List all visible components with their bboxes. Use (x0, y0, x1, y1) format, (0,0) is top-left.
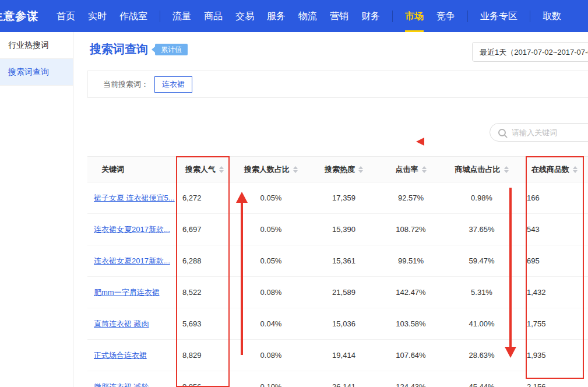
keyword-link[interactable]: 连衣裙女夏2017新款... (87, 245, 176, 276)
nav-item-product[interactable]: 商品 (204, 0, 223, 32)
cell-online-products: 1,935 (520, 340, 588, 371)
nav-item-logistics[interactable]: 物流 (298, 0, 317, 32)
cell-searcher-share: 0.05% (233, 182, 309, 213)
cell-searcher-share: 0.05% (233, 214, 309, 245)
cell-click-rate: 103.58% (379, 308, 443, 339)
table-row: 肥mm一字肩连衣裙8,5220.08%21,589142.47%5.31%1,4… (87, 277, 588, 308)
top-nav-items: 首页实时作战室流量商品交易服务物流营销财务市场竞争业务专区取数 (50, 0, 568, 32)
table-row: 直筒连衣裙 藏肉5,6930.04%15,036103.58%41.00%1,7… (87, 308, 588, 340)
cell-click-rate: 108.72% (379, 214, 443, 245)
sort-icon[interactable] (422, 166, 427, 173)
keyword-link[interactable]: 直筒连衣裙 藏肉 (87, 308, 176, 339)
cell-searcher-share: 0.10% (233, 371, 309, 387)
cell-search-heat: 21,589 (309, 277, 379, 308)
keyword-link[interactable]: 微胖连衣裙 减龄 (87, 371, 176, 387)
column-header-search-popularity[interactable]: 搜索人气 (176, 157, 233, 182)
nav-item-data-fetch[interactable]: 取数 (543, 0, 561, 32)
cell-search-popularity: 5,693 (176, 308, 233, 339)
keyword-table: 关键词搜索人气搜索人数占比搜索热度点击率商城点击占比在线商品数 裙子女夏 连衣裙… (87, 156, 588, 387)
nav-item-market[interactable]: 市场 (405, 0, 424, 32)
top-nav: 生意参谋 首页实时作战室流量商品交易服务物流营销财务市场竞争业务专区取数 (0, 0, 588, 32)
sort-icon[interactable] (219, 166, 224, 173)
cell-mall-click-share: 37.65% (443, 214, 520, 245)
column-header-label: 搜索人数占比 (244, 164, 290, 175)
sidebar: 行业热搜词搜索词查询 (0, 32, 73, 387)
screen: 生意参谋 首页实时作战室流量商品交易服务物流营销财务市场竞争业务专区取数 行业热… (0, 0, 588, 387)
cell-searcher-share: 0.04% (233, 308, 309, 339)
nav-item-realtime[interactable]: 实时 (88, 0, 107, 32)
keyword-link[interactable]: 正式场合连衣裙 (87, 340, 176, 371)
page-title: 搜索词查询 (90, 41, 148, 57)
keyword-link[interactable]: 肥mm一字肩连衣裙 (87, 277, 176, 308)
date-range-picker[interactable]: 最近1天（2017-07-02~2017-07-02） (472, 42, 588, 62)
cell-searcher-share: 0.05% (233, 245, 309, 276)
annotation-pointer-left-icon (416, 138, 424, 146)
column-header-searcher-share[interactable]: 搜索人数占比 (233, 157, 309, 182)
cell-search-heat: 26,141 (309, 371, 379, 387)
column-header-label: 关键词 (101, 164, 124, 175)
nav-item-business-zone[interactable]: 业务专区 (480, 0, 517, 32)
sort-icon[interactable] (358, 166, 363, 173)
nav-item-home[interactable]: 首页 (57, 0, 75, 32)
sort-icon[interactable] (504, 166, 509, 173)
column-header-label: 搜索人气 (185, 164, 216, 175)
keyword-link[interactable]: 连衣裙女夏2017新款... (87, 214, 176, 245)
cell-online-products: 695 (520, 245, 588, 276)
cell-mall-click-share: 28.63% (443, 340, 520, 371)
nav-item-competition[interactable]: 竞争 (436, 0, 455, 32)
brand-logo[interactable]: 生意参谋 (0, 9, 38, 24)
sidebar-item-search-word-query[interactable]: 搜索词查询 (0, 59, 73, 86)
table-body: 裙子女夏 连衣裙便宜5...6,2720.05%17,35992.57%0.98… (87, 182, 588, 387)
keyword-search-input[interactable] (510, 128, 588, 138)
sidebar-item-industry-hot-words[interactable]: 行业热搜词 (0, 32, 73, 59)
cell-searcher-share: 0.08% (233, 340, 309, 371)
main-content: 搜索词查询 累计值 最近1天（2017-07-02~2017-07-02） 当前… (73, 32, 588, 387)
column-header-label: 点击率 (396, 164, 418, 175)
cell-search-popularity: 6,697 (176, 214, 233, 245)
cell-search-heat: 19,414 (309, 340, 379, 371)
keyword-link[interactable]: 裙子女夏 连衣裙便宜5... (87, 182, 176, 213)
cell-mall-click-share: 45.44% (443, 371, 520, 387)
table-row: 正式场合连衣裙8,8290.08%19,414107.64%28.63%1,93… (87, 340, 588, 371)
cell-online-products: 1,755 (520, 308, 588, 339)
nav-item-finance[interactable]: 财务 (361, 0, 380, 32)
column-header-search-heat[interactable]: 搜索热度 (309, 157, 379, 182)
column-header-online-products[interactable]: 在线商品数 (520, 157, 588, 182)
sort-icon[interactable] (573, 166, 578, 173)
title-row: 搜索词查询 累计值 (90, 41, 188, 57)
cell-search-popularity: 8,522 (176, 277, 233, 308)
cell-search-popularity: 9,856 (176, 371, 233, 387)
cell-online-products: 1,432 (520, 277, 588, 308)
table-row: 连衣裙女夏2017新款...6,2880.05%15,36199.51%59.4… (87, 245, 588, 277)
cell-search-heat: 15,390 (309, 214, 379, 245)
nav-item-trade[interactable]: 交易 (235, 0, 254, 32)
table-row: 微胖连衣裙 减龄9,8560.10%26,141124.43%45.44%2,1… (87, 371, 588, 387)
cell-search-heat: 15,036 (309, 308, 379, 339)
cell-click-rate: 124.43% (379, 371, 443, 387)
sort-icon[interactable] (293, 166, 298, 173)
cell-online-products: 2,156 (520, 371, 588, 387)
cell-mall-click-share: 5.31% (443, 277, 520, 308)
search-word-tag[interactable]: 连衣裙 (154, 76, 192, 93)
current-search-word-panel: 当前搜索词： 连衣裙 (87, 71, 588, 98)
cell-search-heat: 15,361 (309, 245, 379, 276)
cell-online-products: 166 (520, 182, 588, 213)
table-row: 连衣裙女夏2017新款...6,6970.05%15,390108.72%37.… (87, 214, 588, 245)
nav-divider (530, 10, 530, 22)
cell-online-products: 543 (520, 214, 588, 245)
cell-click-rate: 142.47% (379, 277, 443, 308)
nav-item-marketing[interactable]: 营销 (330, 0, 348, 32)
nav-divider (467, 10, 468, 22)
cell-search-heat: 17,359 (309, 182, 379, 213)
cell-mall-click-share: 41.00% (443, 308, 520, 339)
column-header-click-rate[interactable]: 点击率 (379, 157, 443, 182)
nav-item-traffic[interactable]: 流量 (172, 0, 191, 32)
table-header-row: 关键词搜索人气搜索人数占比搜索热度点击率商城点击占比在线商品数 (87, 156, 588, 182)
cell-click-rate: 92.57% (379, 182, 443, 213)
column-header-label: 搜索热度 (325, 164, 355, 175)
column-header-mall-click-share[interactable]: 商城点击占比 (443, 157, 520, 182)
cell-click-rate: 99.51% (379, 245, 443, 276)
nav-item-war-room[interactable]: 作战室 (119, 0, 147, 32)
keyword-search-box (490, 123, 588, 142)
nav-item-service[interactable]: 服务 (267, 0, 286, 32)
